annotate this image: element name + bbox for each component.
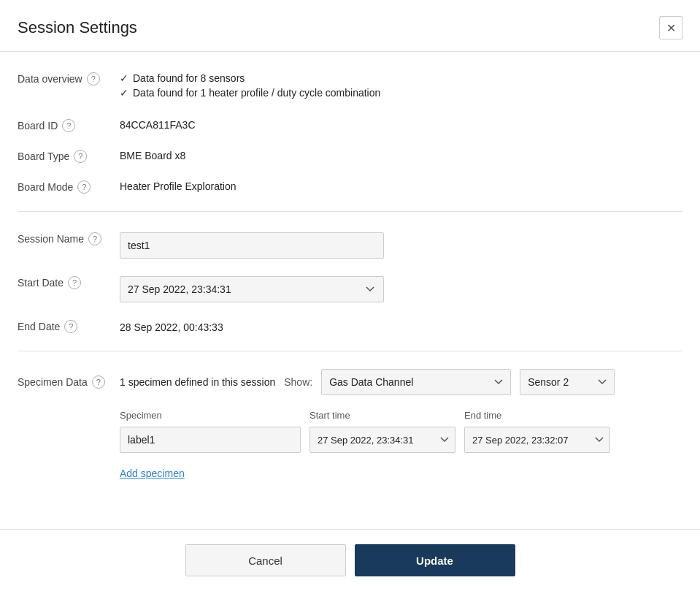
session-name-input[interactable] (120, 232, 384, 259)
session-settings-modal: Session Settings ✕ Data overview ? ✓ Dat… (0, 0, 700, 591)
board-mode-row: Board Mode ? Heater Profile Exploration (18, 178, 682, 194)
data-overview-help-icon[interactable]: ? (87, 72, 100, 85)
specimen-data-help-icon[interactable]: ? (92, 375, 105, 389)
sensor-select[interactable]: Sensor 1Sensor 2Sensor 3Sensor 4 (520, 369, 615, 395)
board-type-row: Board Type ? BME Board x8 (18, 147, 682, 163)
session-name-help-icon[interactable]: ? (88, 232, 101, 245)
check-icon-2: ✓ (120, 87, 128, 99)
specimen-row: 27 Sep 2022, 23:34:31 27 Sep 2022, 23:32… (120, 427, 682, 453)
end-date-value: 28 Sep 2022, 00:43:33 (120, 317, 682, 333)
start-date-help-icon[interactable]: ? (68, 276, 81, 289)
board-type-value: BME Board x8 (120, 147, 682, 161)
board-mode-help-icon[interactable]: ? (77, 180, 91, 194)
data-overview-item-1: ✓ Data found for 8 sensors (120, 72, 682, 84)
cancel-button[interactable]: Cancel (185, 544, 346, 576)
specimen-count: 1 specimen defined in this session (120, 376, 275, 388)
start-date-select[interactable]: 27 Sep 2022, 23:34:31 (120, 276, 384, 302)
specimen-start-select[interactable]: 27 Sep 2022, 23:34:31 (309, 427, 455, 453)
specimen-end-select[interactable]: 27 Sep 2022, 23:32:07 (464, 427, 610, 453)
specimen-col-headers: Specimen Start time End time (120, 410, 682, 421)
end-date-help-icon[interactable]: ? (64, 320, 77, 333)
board-id-row: Board ID ? 84CCA811FA3C (18, 116, 682, 132)
modal-title: Session Settings (18, 18, 137, 37)
col-header-specimen: Specimen (120, 410, 301, 421)
specimen-data-label: Specimen Data ? (18, 375, 120, 389)
col-header-end: End time (464, 410, 610, 421)
board-mode-label: Board Mode ? (18, 178, 120, 194)
col-header-start: Start time (309, 410, 455, 421)
end-date-row: End Date ? 28 Sep 2022, 00:43:33 (18, 317, 682, 333)
data-overview-item-2: ✓ Data found for 1 heater profile / duty… (120, 87, 682, 99)
specimen-table: Specimen Start time End time 27 Sep 2022… (120, 410, 682, 491)
check-icon-1: ✓ (120, 72, 128, 84)
board-id-value: 84CCA811FA3C (120, 116, 682, 131)
start-date-label: Start Date ? (18, 273, 120, 289)
board-id-label: Board ID ? (18, 116, 120, 132)
board-type-help-icon[interactable]: ? (74, 150, 87, 163)
close-button[interactable]: ✕ (659, 16, 682, 39)
data-overview-value: ✓ Data found for 8 sensors ✓ Data found … (120, 69, 682, 102)
session-name-label: Session Name ? (18, 229, 120, 245)
start-date-row: Start Date ? 27 Sep 2022, 23:34:31 (18, 273, 682, 302)
end-date-label: End Date ? (18, 317, 120, 333)
show-label: Show: (284, 376, 312, 388)
session-name-value (120, 229, 682, 259)
update-button[interactable]: Update (355, 544, 515, 576)
specimen-info: 1 specimen defined in this session Show:… (120, 369, 682, 395)
board-info-section: Data overview ? ✓ Data found for 8 senso… (18, 52, 682, 212)
channel-select[interactable]: Gas Data ChannelTemperatureHumidityPress… (321, 369, 511, 395)
modal-body: Data overview ? ✓ Data found for 8 senso… (0, 52, 700, 529)
specimen-name-input[interactable] (120, 427, 301, 453)
data-overview-row: Data overview ? ✓ Data found for 8 senso… (18, 69, 682, 102)
board-type-label: Board Type ? (18, 147, 120, 163)
session-name-row: Session Name ? (18, 229, 682, 259)
session-info-section: Session Name ? Start Date ? 27 Sep 2022,… (18, 212, 682, 351)
modal-footer: Cancel Update (0, 529, 700, 591)
modal-header: Session Settings ✕ (0, 0, 700, 52)
data-overview-list: ✓ Data found for 8 sensors ✓ Data found … (120, 72, 682, 99)
specimen-header-row: Specimen Data ? 1 specimen defined in th… (18, 369, 682, 395)
board-id-help-icon[interactable]: ? (62, 119, 75, 132)
specimen-data-section: Specimen Data ? 1 specimen defined in th… (18, 351, 682, 497)
board-mode-value: Heater Profile Exploration (120, 178, 682, 192)
data-overview-label: Data overview ? (18, 69, 120, 85)
start-date-value: 27 Sep 2022, 23:34:31 (120, 273, 682, 302)
add-specimen-button[interactable]: Add specimen (120, 468, 185, 479)
